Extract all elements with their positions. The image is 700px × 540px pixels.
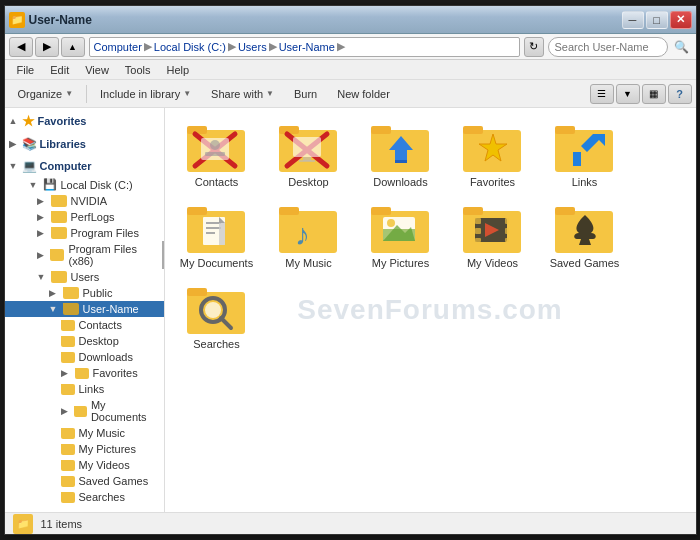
menu-tools[interactable]: Tools [117, 62, 159, 78]
share-with-button[interactable]: Share with ▼ [202, 83, 283, 105]
libraries-icon: 📚 [22, 137, 37, 151]
minimize-button[interactable]: ─ [622, 11, 644, 29]
file-item-contacts[interactable]: Contacts [173, 116, 261, 193]
close-button[interactable]: ✕ [670, 11, 692, 29]
new-folder-button[interactable]: New folder [328, 83, 399, 105]
svg-rect-43 [463, 207, 483, 215]
up-button[interactable]: ▲ [61, 37, 85, 57]
window-controls: ─ □ ✕ [622, 11, 692, 29]
desktop-folder-icon [61, 336, 75, 347]
sidebar-savedgames-item[interactable]: Saved Games [5, 473, 164, 489]
file-item-myvideos[interactable]: My Videos [449, 197, 537, 274]
search-input[interactable] [548, 37, 668, 57]
breadcrumb-username[interactable]: User-Name [279, 41, 335, 53]
svg-rect-34 [279, 207, 299, 215]
refresh-button[interactable]: ↻ [524, 37, 544, 57]
menu-help[interactable]: Help [159, 62, 198, 78]
svg-rect-6 [205, 152, 225, 156]
sidebar-links-item[interactable]: Links [5, 381, 164, 397]
sidebar-favorites-item[interactable]: ▶ Favorites [5, 365, 164, 381]
localdisk-expand-icon: ▼ [29, 180, 39, 190]
file-item-savedgames[interactable]: Saved Games [541, 197, 629, 274]
sidebar-perflogs[interactable]: ▶ PerfLogs [5, 209, 164, 225]
file-item-links[interactable]: Links [541, 116, 629, 193]
file-item-mypictures[interactable]: My Pictures [357, 197, 445, 274]
mydocuments-label: My Documents [180, 257, 253, 270]
username-folder-icon [63, 303, 79, 315]
sidebar-nvidia[interactable]: ▶ NVIDIA [5, 193, 164, 209]
sidebar-programfiles-x86[interactable]: ▶ Program Files (x86) [5, 241, 164, 269]
searches-folder-large-icon [185, 282, 249, 338]
help-button[interactable]: ? [668, 84, 692, 104]
view-details-button[interactable]: ▦ [642, 84, 666, 104]
favorites-expand-icon: ▲ [9, 116, 19, 126]
mymusic-folder-large-icon: ♪ [277, 201, 341, 257]
watermark: SevenForums.com [297, 294, 563, 326]
organize-button[interactable]: Organize ▼ [9, 83, 83, 105]
sidebar-desktop-item[interactable]: Desktop [5, 333, 164, 349]
breadcrumb-localdisk[interactable]: Local Disk (C:) [154, 41, 226, 53]
breadcrumb-computer[interactable]: Computer [94, 41, 142, 53]
forward-button[interactable]: ▶ [35, 37, 59, 57]
mydocuments-folder-large-icon [185, 201, 249, 257]
perflogs-folder-icon [51, 211, 67, 223]
svg-rect-46 [475, 228, 481, 234]
sidebar-libraries-header[interactable]: ▶ 📚 Libraries [5, 134, 164, 154]
username-expand-icon: ▼ [49, 304, 59, 314]
file-item-mymusic[interactable]: ♪ My Music [265, 197, 353, 274]
mydocuments-expand-icon: ▶ [61, 406, 70, 416]
sidebar-localdisk[interactable]: ▼ 💾 Local Disk (C:) [5, 176, 164, 193]
svg-rect-19 [463, 126, 483, 134]
search-icon[interactable]: 🔍 [672, 37, 692, 57]
menu-file[interactable]: File [9, 62, 43, 78]
sidebar-section-libraries: ▶ 📚 Libraries [5, 134, 164, 154]
sidebar-searches-item[interactable]: Searches [5, 489, 164, 505]
view-dropdown-button[interactable]: ▼ [616, 84, 640, 104]
sidebar-users[interactable]: ▼ Users [5, 269, 164, 285]
file-item-downloads[interactable]: Downloads [357, 116, 445, 193]
include-library-button[interactable]: Include in library ▼ [91, 83, 200, 105]
main-content: ▲ ★ Favorites ▶ 📚 Libraries ▼ 💻 Comput [5, 108, 696, 512]
sidebar-section-computer: ▼ 💻 Computer ▼ 💾 Local Disk (C:) ▶ NVIDI… [5, 156, 164, 505]
sidebar-myvideos-item[interactable]: My Videos [5, 457, 164, 473]
favorites-item-folder-icon [75, 368, 89, 379]
nvidia-folder-icon [51, 195, 67, 207]
sidebar-favorites-header[interactable]: ▲ ★ Favorites [5, 110, 164, 132]
sidebar-downloads-item[interactable]: Downloads [5, 349, 164, 365]
sidebar-username[interactable]: ▼ User-Name [5, 301, 164, 317]
sidebar-public[interactable]: ▶ Public [5, 285, 164, 301]
favorites-star-icon: ★ [22, 113, 35, 129]
svg-point-57 [205, 302, 221, 318]
sidebar-mydocuments-item[interactable]: ▶ My Documents [5, 397, 164, 425]
menu-edit[interactable]: Edit [42, 62, 77, 78]
contacts-folder-large-icon [185, 120, 249, 176]
svg-point-40 [387, 219, 395, 227]
sidebar-mymusic-item[interactable]: My Music [5, 425, 164, 441]
item-count: 11 items [41, 518, 83, 530]
favorites-label: Favorites [470, 176, 515, 189]
localdisk-icon: 💾 [43, 178, 57, 191]
maximize-button[interactable]: □ [646, 11, 668, 29]
organize-arrow: ▼ [65, 89, 73, 98]
breadcrumb-users[interactable]: Users [238, 41, 267, 53]
links-folder-large-icon [553, 120, 617, 176]
breadcrumb-bar[interactable]: Computer ▶ Local Disk (C:) ▶ Users ▶ Use… [89, 37, 520, 57]
sidebar-computer-header[interactable]: ▼ 💻 Computer [5, 156, 164, 176]
menu-view[interactable]: View [77, 62, 117, 78]
svg-rect-15 [371, 126, 391, 134]
back-button[interactable]: ◀ [9, 37, 33, 57]
file-item-mydocuments[interactable]: My Documents [173, 197, 261, 274]
sidebar-contacts-item[interactable]: Contacts [5, 317, 164, 333]
sidebar-programfiles[interactable]: ▶ Program Files [5, 225, 164, 241]
mydocuments-folder-icon [74, 406, 87, 417]
favorites-item-expand-icon: ▶ [61, 368, 71, 378]
status-bar: 📁 11 items [5, 512, 696, 534]
svg-rect-49 [505, 228, 509, 234]
file-item-searches[interactable]: Searches [173, 278, 261, 355]
burn-button[interactable]: Burn [285, 83, 326, 105]
file-item-desktop[interactable]: Desktop [265, 116, 353, 193]
view-list-button[interactable]: ☰ [590, 84, 614, 104]
file-item-favorites[interactable]: Favorites [449, 116, 537, 193]
nav-buttons: ◀ ▶ ▲ [9, 37, 85, 57]
sidebar-mypictures-item[interactable]: My Pictures [5, 441, 164, 457]
